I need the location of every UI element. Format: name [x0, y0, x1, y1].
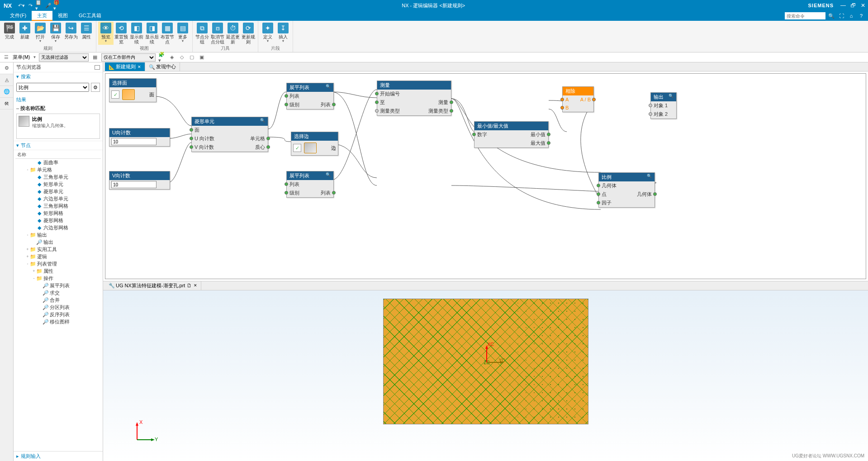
menu-file[interactable]: 文件(F) — [5, 11, 32, 21]
node-output[interactable]: 输出🔍 对象 1 对象 2 — [650, 92, 677, 119]
delay-update-button[interactable]: ⏱延迟更新 — [225, 22, 241, 45]
tree-item[interactable]: +📁属性 — [15, 267, 101, 275]
node-tree[interactable]: 名称 ◆面曲率-📁单元格◆三角形单元◆矩形单元◆菱形单元◆六边形单元◆三角形网格… — [14, 150, 103, 451]
assembly-icon[interactable]: 🧩▾ — [158, 54, 166, 61]
rail-gear-icon[interactable]: ⚙ — [0, 62, 13, 74]
coord-icon-1[interactable]: ◈ — [168, 54, 175, 61]
magnify-icon[interactable]: 🔍 — [647, 174, 652, 181]
tree-item[interactable]: -📁输出 — [15, 231, 101, 238]
tree-item[interactable]: 🔎求交 — [15, 289, 101, 296]
check-icon[interactable]: ✓ — [111, 90, 119, 99]
preview-button[interactable]: 👁预览▼ — [98, 22, 114, 45]
tree-item[interactable]: ◆六边形网格 — [15, 224, 101, 231]
menu-view[interactable]: 视图 — [52, 11, 73, 21]
rail-globe-icon[interactable]: 🌐 — [0, 86, 13, 98]
coord-icon-4[interactable]: ▣ — [198, 54, 205, 61]
tree-item[interactable]: 🔎移位图样 — [15, 318, 101, 325]
close-icon[interactable]: ✕ — [138, 65, 141, 69]
tree-item[interactable]: ◆六边形单元 — [15, 195, 101, 202]
fullscreen-icon[interactable]: ⛶ — [837, 12, 845, 20]
search-icon[interactable]: 🔍 — [827, 12, 835, 20]
rule-input-section[interactable]: ▸ 规则输入 — [14, 451, 103, 461]
mic-icon[interactable]: 🎤 — [44, 1, 52, 10]
tree-item[interactable]: -📁操作 — [15, 275, 101, 282]
save-button[interactable]: 💾保存▼ — [48, 22, 63, 45]
preview-viewport[interactable]: XC YC ZC X Y UG爱好者论坛 WWW.UGSNX.COM — [103, 290, 868, 461]
tree-item[interactable]: 🔎分区列表 — [15, 304, 101, 311]
node-flatten-list-1[interactable]: 展平列表🔍 列表 级别列表 — [286, 83, 334, 109]
tab-new-rule[interactable]: 📐新建规则✕ — [105, 62, 145, 71]
node-select-edge[interactable]: 选择边 ✓ 边 — [291, 132, 338, 156]
clipboard-icon[interactable]: 📋▾ — [35, 1, 43, 10]
tree-item[interactable]: -📁列表管理 — [15, 260, 101, 267]
scope-select[interactable]: 仅在工作部件内 — [101, 53, 156, 62]
rail-tools-icon[interactable]: 🛠 — [0, 98, 13, 109]
search-result-item[interactable]: 比例 缩放输入几何体。 — [16, 114, 100, 139]
ungroup-nodes-button[interactable]: ⧈取消节点分组 — [210, 22, 225, 45]
properties-button[interactable]: ☰属性 — [79, 22, 94, 45]
tree-item[interactable]: 🔎反序列表 — [15, 311, 101, 318]
check-icon[interactable]: ✓ — [293, 144, 301, 152]
define-button[interactable]: ✦定义▼ — [260, 22, 275, 45]
tree-item[interactable]: -📁单元格 — [15, 166, 101, 173]
node-v-count[interactable]: V向计数 — [109, 171, 170, 190]
tree-item[interactable]: 🔎输出 — [15, 238, 101, 246]
node-u-count[interactable]: U向计数 — [109, 128, 170, 147]
redo-icon[interactable]: ↷ — [26, 1, 34, 10]
tree-item[interactable]: 🔎合并 — [15, 296, 101, 304]
insert-button[interactable]: ↧插入▼ — [275, 22, 291, 45]
finish-button[interactable]: 🏁完成 — [2, 22, 17, 45]
undo-icon[interactable]: ↶▾ — [17, 1, 25, 10]
tab-discovery[interactable]: 🔍发现中心 — [145, 62, 180, 71]
more-button[interactable]: ▤更多▼ — [175, 22, 190, 45]
panel-popout-icon[interactable] — [95, 65, 100, 70]
selection-filter-select[interactable]: 无选择过滤器 — [39, 53, 89, 62]
nodes-section-header[interactable]: ▾ 节点 — [14, 141, 103, 150]
search-section-header[interactable]: ▾ 搜索 — [14, 72, 103, 81]
node-min-max[interactable]: 最小值/最大值 数字最小值 最大值 — [474, 121, 549, 148]
close-button[interactable]: ✕ — [858, 2, 868, 9]
tree-item[interactable]: +📁实用工具 — [15, 246, 101, 253]
node-measure[interactable]: 测量 开始编号 至测量 测量类型测量类型 — [377, 81, 451, 116]
gift-icon[interactable]: 🎁▾ — [53, 1, 62, 10]
reset-preview-button[interactable]: ⟲重置预览 — [114, 22, 129, 45]
show-downstream-button[interactable]: ◨显示后续 — [144, 22, 160, 45]
magnify-icon[interactable]: 🔍 — [326, 172, 331, 179]
tree-item[interactable]: ◆矩形网格 — [15, 209, 101, 217]
rail-triad-icon[interactable]: ◬ — [0, 74, 13, 86]
menu-dropdown-icon[interactable]: ☰ — [3, 54, 10, 61]
menu-gc-toolbox[interactable]: GC工具箱 — [73, 11, 107, 21]
tree-item[interactable]: ◆菱形单元 — [15, 188, 101, 195]
node-select-face[interactable]: 选择面 ✓ 面 — [109, 78, 157, 102]
node-diamond-unit[interactable]: 菱形单元🔍 面 U 向计数单元格 V 向计数质心 — [191, 117, 268, 152]
show-upstream-button[interactable]: ◧显示前续 — [129, 22, 144, 45]
tree-item[interactable]: ◆矩形单元 — [15, 181, 101, 188]
close-icon[interactable]: ✕ — [194, 283, 197, 288]
magnify-icon[interactable]: 🔍 — [669, 94, 674, 100]
node-graph-canvas[interactable]: 选择面 ✓ 面 U向计数 V向计数 菱形单元🔍 面 U 向计数单元格 V 向计数… — [105, 73, 866, 279]
magnify-icon[interactable]: 🔍 — [260, 118, 265, 125]
tree-item[interactable]: ◆菱形网格 — [15, 217, 101, 224]
node-flatten-list-2[interactable]: 展平列表🔍 列表 级别列表 — [286, 171, 334, 198]
tree-item[interactable]: +📁逻辑 — [15, 253, 101, 260]
open-button[interactable]: 📂打开▼ — [33, 22, 48, 45]
menu-dropdown-label[interactable]: 菜单(M) — [13, 54, 30, 61]
node-search-input[interactable]: 比例 — [16, 83, 89, 92]
search-settings-icon[interactable]: ⚙ — [91, 83, 100, 92]
update-rule-button[interactable]: ⟳更新规则 — [241, 22, 256, 45]
group-nodes-button[interactable]: ⧉节点分组 — [194, 22, 210, 45]
tree-item[interactable]: 🔎展平列表 — [15, 282, 101, 289]
help-icon[interactable]: ? — [857, 12, 865, 20]
tree-item[interactable]: ◆三角形网格 — [15, 202, 101, 209]
magnify-icon[interactable]: 🔍 — [326, 84, 331, 91]
tree-item[interactable]: ◆面曲率 — [15, 159, 101, 166]
coord-icon-2[interactable]: ◇ — [178, 54, 185, 61]
restore-button[interactable]: 🗗 — [848, 2, 858, 9]
node-scale[interactable]: 比例🔍 几何体 点几何体 因子 — [598, 172, 655, 208]
u-count-input[interactable] — [111, 138, 157, 145]
tree-item[interactable]: ◆三角形单元 — [15, 173, 101, 181]
arrange-nodes-button[interactable]: ▦布置节点 — [160, 22, 175, 45]
v-count-input[interactable] — [111, 181, 157, 188]
node-divide[interactable]: 相除 AA / B B — [562, 86, 594, 112]
coord-icon-3[interactable]: ▢ — [188, 54, 195, 61]
